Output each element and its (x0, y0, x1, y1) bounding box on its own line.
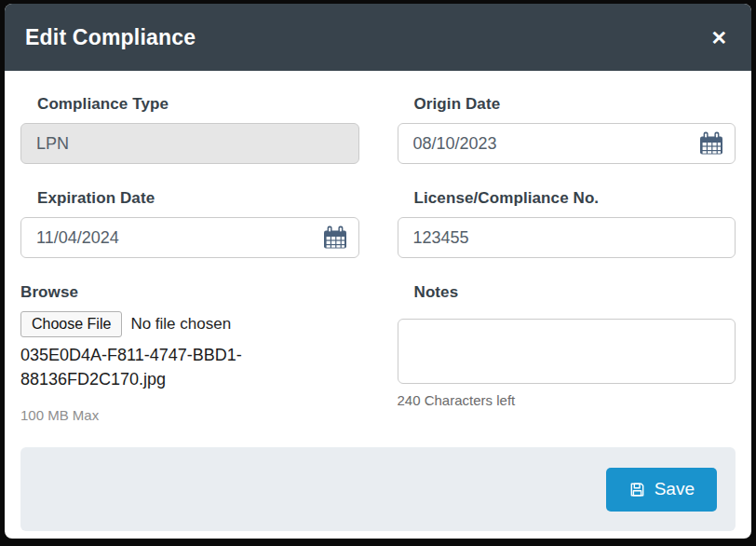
browse-field-group: Browse Choose File No file chosen 035E0D… (20, 283, 359, 423)
modal-header: Edit Compliance ✕ (5, 4, 751, 71)
floppy-disk-icon (628, 481, 646, 498)
compliance-type-field-group: Compliance Type (20, 95, 359, 164)
license-no-field-group: License/Compliance No. (398, 189, 736, 258)
compliance-type-label: Compliance Type (20, 95, 359, 114)
form-grid: Compliance Type Origin Date (20, 95, 736, 423)
origin-date-field-group: Origin Date (398, 95, 736, 164)
file-input: Choose File No file chosen (20, 311, 359, 337)
license-no-input[interactable] (398, 217, 736, 258)
notes-label: Notes (398, 283, 736, 302)
expiration-date-input[interactable] (20, 217, 359, 258)
modal-footer: Save (20, 447, 736, 531)
calendar-icon[interactable] (322, 225, 348, 251)
expiration-date-field-group: Expiration Date (20, 189, 359, 258)
modal-body: Compliance Type Origin Date (5, 71, 751, 539)
origin-date-label: Origin Date (398, 95, 736, 114)
choose-file-button[interactable]: Choose File (20, 311, 122, 337)
modal-backdrop: Edit Compliance ✕ Compliance Type Origin… (0, 0, 756, 546)
save-button[interactable]: Save (606, 468, 717, 512)
uploaded-filename: 035E0D4A-F811-4747-BBD1-88136FD2C170.jpg (20, 343, 346, 391)
modal-title: Edit Compliance (25, 25, 196, 50)
expiration-date-label: Expiration Date (20, 189, 359, 208)
save-button-label: Save (655, 479, 695, 499)
notes-textarea[interactable] (398, 319, 736, 384)
characters-left-hint: 240 Characters left (398, 392, 736, 408)
browse-label: Browse (20, 283, 359, 302)
license-no-label: License/Compliance No. (398, 189, 736, 208)
notes-field-group: Notes 240 Characters left (398, 283, 736, 423)
file-size-hint: 100 MB Max (20, 407, 359, 423)
compliance-type-input (20, 123, 359, 164)
edit-compliance-modal: Edit Compliance ✕ Compliance Type Origin… (5, 4, 751, 539)
close-icon[interactable]: ✕ (707, 24, 731, 51)
file-chosen-status: No file chosen (130, 315, 231, 334)
origin-date-input[interactable] (398, 123, 736, 164)
calendar-icon[interactable] (698, 130, 724, 157)
